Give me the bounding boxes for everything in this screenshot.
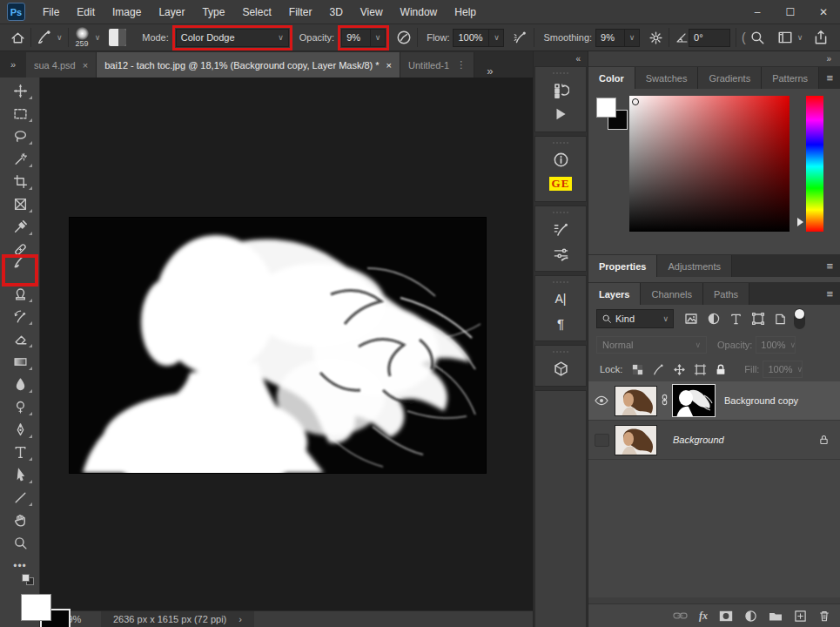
collapse-strip-button[interactable]: «	[534, 51, 588, 66]
add-layer-mask-icon[interactable]	[719, 610, 733, 622]
toolbar-expand-button[interactable]: »	[0, 51, 26, 78]
tab-properties[interactable]: Properties	[588, 255, 657, 277]
filter-shape-layers-icon[interactable]	[751, 312, 765, 326]
default-colors-icon[interactable]	[22, 574, 36, 586]
fill-field[interactable]: 100% ∨	[763, 361, 803, 378]
info-panel-icon[interactable]	[535, 147, 586, 172]
airbrush-icon[interactable]	[513, 30, 528, 45]
close-button[interactable]: ✕	[807, 0, 840, 24]
layer-visibility-toggle[interactable]	[588, 395, 615, 406]
hand-tool[interactable]	[5, 509, 35, 531]
path-select-tool[interactable]	[5, 464, 35, 486]
canvas-image[interactable]	[70, 218, 486, 473]
close-icon[interactable]: ×	[386, 60, 392, 71]
status-chevron-icon[interactable]: ›	[239, 614, 242, 624]
character-panel-icon[interactable]: A|	[535, 287, 586, 311]
menu-type[interactable]: Type	[193, 0, 233, 24]
new-layer-icon[interactable]	[794, 610, 807, 623]
new-adjustment-layer-icon[interactable]	[744, 610, 757, 623]
foreground-color-swatch[interactable]	[21, 594, 51, 621]
zoom-tool[interactable]	[5, 532, 35, 554]
layer-opacity-field[interactable]: 100% ∨	[756, 336, 796, 354]
history-brush-tool[interactable]	[5, 306, 35, 327]
lock-position-icon[interactable]	[673, 363, 686, 376]
marquee-tool[interactable]	[5, 103, 35, 125]
menu-image[interactable]: Image	[104, 0, 150, 24]
filter-adjustment-layers-icon[interactable]	[707, 312, 721, 326]
preset-chevron-icon[interactable]: ∨	[57, 33, 63, 42]
blur-tool[interactable]	[5, 374, 35, 395]
blend-mode-dropdown[interactable]: Color Dodge ∨	[176, 29, 289, 47]
group-grip[interactable]	[535, 351, 586, 354]
home-icon[interactable]	[10, 30, 25, 45]
ge-extension-icon[interactable]: GE	[535, 172, 586, 196]
tab-gradients[interactable]: Gradients	[698, 67, 762, 89]
pressure-opacity-icon[interactable]	[396, 30, 412, 45]
group-grip[interactable]	[535, 72, 586, 76]
gradient-tool[interactable]	[5, 351, 35, 373]
eyedropper-tool[interactable]	[5, 216, 35, 238]
panel-menu-icon[interactable]: ≡	[826, 71, 833, 84]
share-icon[interactable]	[813, 30, 829, 45]
lasso-tool[interactable]	[5, 125, 35, 147]
color-picker-cursor[interactable]	[632, 98, 639, 105]
tab-bai12-active[interactable]: bai12 - tach toc.jpg @ 18,1% (Background…	[97, 52, 400, 78]
workspace-icon[interactable]	[777, 30, 793, 45]
panels-collapse-button[interactable]: »	[588, 51, 840, 66]
actions-panel-icon[interactable]	[535, 102, 586, 126]
filter-kind-dropdown[interactable]: Kind ∨	[596, 309, 674, 328]
new-group-icon[interactable]	[769, 610, 783, 622]
brush-size-preview[interactable]: 259	[76, 27, 89, 48]
menu-filter[interactable]: Filter	[280, 0, 321, 24]
tab-adjustments[interactable]: Adjustments	[657, 255, 732, 277]
layer-row-background-copy[interactable]: Background copy	[588, 381, 840, 421]
layer-visibility-toggle[interactable]	[588, 434, 615, 447]
layer-mask-thumbnail[interactable]	[672, 384, 716, 417]
layer-row-background[interactable]: Background	[588, 421, 840, 460]
smoothing-dropdown-button[interactable]: ∨	[625, 29, 640, 47]
menu-window[interactable]: Window	[392, 0, 447, 24]
maximize-button[interactable]: ☐	[774, 0, 807, 24]
lock-transparency-icon[interactable]	[631, 363, 644, 376]
group-grip[interactable]	[535, 142, 586, 145]
brush-settings-panel-toggle[interactable]	[109, 29, 126, 46]
filter-pixel-layers-icon[interactable]	[684, 312, 698, 326]
lock-pixels-icon[interactable]	[652, 363, 665, 376]
filter-toggle-switch[interactable]	[794, 308, 805, 329]
delete-layer-icon[interactable]	[818, 610, 830, 623]
brush-picker-chevron-icon[interactable]: ∨	[95, 33, 101, 42]
menu-layer[interactable]: Layer	[150, 0, 193, 24]
crop-tool[interactable]	[5, 171, 35, 192]
tab-swatches[interactable]: Swatches	[635, 67, 699, 89]
panel-menu-icon[interactable]: ≡	[826, 287, 833, 300]
layer-style-icon[interactable]: fx	[699, 610, 708, 623]
lock-artboard-icon[interactable]	[694, 363, 707, 376]
tab-patterns[interactable]: Patterns	[762, 67, 819, 89]
menu-3d[interactable]: 3D	[320, 0, 351, 24]
filter-type-layers-icon[interactable]	[729, 313, 743, 326]
filter-smart-objects-icon[interactable]	[774, 313, 787, 326]
search-icon[interactable]	[749, 30, 765, 45]
hue-slider-pointer[interactable]	[797, 218, 803, 226]
dodge-tool[interactable]	[5, 396, 35, 418]
type-tool[interactable]	[5, 442, 35, 463]
tab-layers[interactable]: Layers	[588, 283, 641, 305]
tab-untitled1[interactable]: Untitled-1 ⋮	[400, 52, 474, 78]
tab-channels[interactable]: Channels	[641, 283, 702, 305]
flow-field[interactable]: 100%	[453, 29, 489, 47]
panel-menu-icon[interactable]: ≡	[826, 260, 833, 273]
flow-dropdown-button[interactable]: ∨	[489, 29, 504, 47]
paragraph-panel-icon[interactable]: ¶	[535, 311, 586, 335]
tab-color[interactable]: Color	[588, 67, 635, 89]
opacity-field[interactable]: 9%	[341, 29, 371, 47]
group-grip[interactable]	[535, 212, 586, 215]
canvas-area[interactable]: 18,09% 2636 px x 1615 px (72 ppi) ›	[40, 78, 533, 627]
layer-thumbnail[interactable]	[615, 425, 657, 455]
tab-sua4[interactable]: sua 4.psd ×	[26, 52, 97, 78]
layer-blend-mode-dropdown[interactable]: Normal ∨	[596, 336, 707, 354]
smoothing-gear-icon[interactable]	[648, 30, 663, 45]
line-shape-tool[interactable]	[5, 487, 35, 509]
minimize-button[interactable]: –	[741, 0, 774, 24]
3d-panel-icon[interactable]	[535, 356, 586, 381]
close-icon[interactable]: ×	[83, 60, 88, 71]
